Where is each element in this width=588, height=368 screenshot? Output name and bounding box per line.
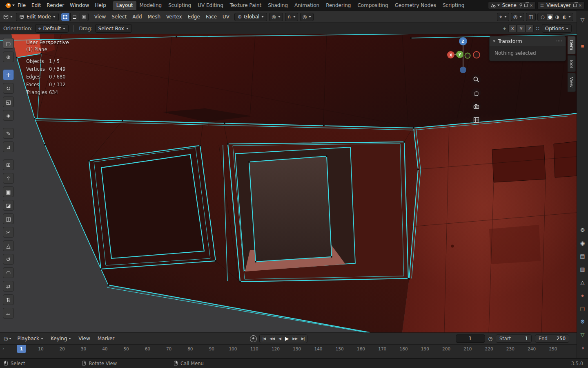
tool-button-tweak-select[interactable]: ▢ bbox=[3, 38, 14, 49]
tool-button-add-cube[interactable]: ⊞ bbox=[3, 159, 14, 170]
viewport-menu[interactable]: UV bbox=[220, 13, 232, 21]
viewport-menu[interactable]: Add bbox=[129, 13, 145, 21]
workspace-tab[interactable]: Modeling bbox=[136, 1, 165, 10]
unlink-scene-icon[interactable]: ✕ bbox=[529, 3, 533, 8]
zoom-button[interactable] bbox=[471, 74, 481, 84]
tool-button-extrude-region[interactable]: ⇧ bbox=[3, 173, 14, 184]
viewport-menu[interactable]: Edge bbox=[185, 13, 203, 21]
panel-grip-icon[interactable]: ∷∷ bbox=[556, 39, 562, 43]
face-select-button[interactable] bbox=[80, 13, 89, 21]
end-frame-field[interactable]: End 250 bbox=[535, 334, 569, 343]
keying-menu[interactable]: Keying bbox=[48, 334, 74, 343]
navigation-gizmo[interactable]: Z X Y bbox=[447, 36, 484, 76]
viewlayer-selector[interactable]: ≣ ViewLayer ✕ bbox=[537, 1, 585, 9]
tool-button-spin[interactable]: ↺ bbox=[3, 254, 14, 265]
mode-dropdown[interactable]: Edit Mode bbox=[16, 13, 59, 21]
material-shading-button[interactable]: ◑ bbox=[554, 14, 561, 20]
playhead[interactable]: 1 bbox=[17, 345, 26, 353]
tool-button-scale[interactable]: ◱ bbox=[3, 96, 14, 107]
viewport-menu[interactable]: Vertex bbox=[163, 13, 185, 21]
properties-tab-material[interactable]: ◑ bbox=[578, 343, 588, 352]
viewport-menu[interactable]: Mesh bbox=[145, 13, 164, 21]
workspace-tab[interactable]: Compositing bbox=[354, 1, 391, 10]
workspace-tab[interactable]: Layout bbox=[113, 1, 136, 10]
strip-icon-filter[interactable]: ▽ bbox=[578, 15, 588, 25]
tool-button-move[interactable]: ✛ bbox=[3, 70, 14, 80]
tool-button-cursor[interactable]: ⊕ bbox=[3, 52, 14, 62]
vertex-select-button[interactable] bbox=[61, 13, 70, 21]
transport-button-jump-to-end[interactable]: ▶| bbox=[299, 336, 306, 341]
tool-button-shrink-fatten[interactable]: ⇅ bbox=[3, 294, 14, 305]
timeline-ruler[interactable]: › 1 102030405060708090100110120130140150… bbox=[0, 344, 588, 358]
mirror-axis-toggle[interactable]: X bbox=[508, 25, 517, 32]
tool-button-inset-faces[interactable]: ▣ bbox=[3, 186, 14, 197]
new-scene-icon[interactable] bbox=[524, 4, 528, 7]
topbar-menu[interactable]: File bbox=[15, 1, 29, 9]
remove-viewlayer-icon[interactable]: ✕ bbox=[578, 3, 582, 8]
tool-button-rotate[interactable]: ↻ bbox=[3, 83, 14, 94]
gizmo-x-neg-axis[interactable] bbox=[473, 52, 480, 58]
auto-keying-toggle[interactable] bbox=[250, 335, 257, 342]
topbar-menu[interactable]: Window bbox=[67, 1, 92, 9]
properties-tab-scene[interactable]: △ bbox=[578, 277, 588, 287]
pan-button[interactable] bbox=[471, 88, 481, 98]
wireframe-shading-button[interactable]: ○ bbox=[540, 14, 546, 20]
sidebar-tab[interactable]: Tool bbox=[568, 55, 576, 72]
tool-button-annotate[interactable]: ✎ bbox=[3, 128, 14, 139]
proportional-editing-dropdown[interactable]: ◎ bbox=[300, 13, 314, 21]
properties-tab-world[interactable]: ● bbox=[578, 290, 588, 300]
workspace-tab[interactable]: Animation bbox=[291, 1, 323, 10]
gizmo-y-neg-axis[interactable] bbox=[465, 53, 470, 58]
properties-tab-output[interactable]: ▤ bbox=[578, 251, 588, 261]
workspace-tab[interactable]: Texture Paint bbox=[227, 1, 265, 10]
sidebar-tab[interactable]: View bbox=[568, 73, 576, 92]
tool-button-smooth[interactable]: ◠ bbox=[3, 267, 14, 278]
tool-button-edge-slide[interactable]: ⇄ bbox=[3, 281, 14, 292]
workspace-tab[interactable]: UV Editing bbox=[194, 1, 227, 10]
3d-viewport[interactable]: ▢⊕✛↻◱◈✎⊿⊞⇧▣◪◫✂△↺◠⇄⇅▱ User Perspective (1… bbox=[0, 34, 577, 332]
transport-button-prev-keyframe[interactable]: ◀◀ bbox=[267, 336, 276, 341]
drag-dropdown[interactable]: Select Box bbox=[95, 24, 132, 33]
marker-menu[interactable]: Marker bbox=[95, 334, 117, 343]
transport-button-play[interactable]: ▶ bbox=[283, 335, 290, 342]
orientation-dropdown[interactable]: ⊕ Global bbox=[234, 13, 267, 21]
transform-panel-header[interactable]: Transform ∷∷ bbox=[490, 36, 566, 46]
blender-logo-icon[interactable] bbox=[4, 2, 11, 9]
properties-tab-data[interactable]: ▽ bbox=[578, 330, 588, 339]
tool-button-transform[interactable]: ◈ bbox=[3, 110, 14, 121]
sidebar-tab[interactable]: Item bbox=[568, 36, 576, 54]
properties-tab-object[interactable]: ▢ bbox=[578, 303, 588, 313]
snap-target-icon[interactable]: ∷ bbox=[536, 26, 539, 31]
properties-tab-modifiers[interactable]: ⚙ bbox=[578, 316, 588, 326]
tool-button-measure[interactable]: ⊿ bbox=[3, 141, 14, 152]
shading-caret-icon[interactable] bbox=[568, 16, 571, 18]
viewport-menu[interactable]: Select bbox=[109, 13, 129, 21]
pivot-point-dropdown[interactable]: ◎ bbox=[269, 13, 283, 21]
properties-tab-view-layer[interactable]: ▥ bbox=[578, 264, 588, 274]
tool-button-knife[interactable]: ✂ bbox=[3, 227, 14, 238]
workspace-tab[interactable]: Shading bbox=[265, 1, 291, 10]
transport-button-prev-frame[interactable]: ◀ bbox=[276, 336, 283, 341]
ruler-expand-icon[interactable]: › bbox=[2, 346, 4, 351]
transform-pivot-icon[interactable]: ⌖ bbox=[503, 26, 506, 31]
snapping-dropdown[interactable]: ∩ bbox=[285, 13, 298, 21]
properties-tab-tool[interactable]: ⚙ bbox=[578, 225, 588, 235]
workspace-tab[interactable]: Sculpting bbox=[165, 1, 194, 10]
tool-button-loop-cut[interactable]: ◫ bbox=[3, 213, 14, 224]
tool-button-poly-build[interactable]: △ bbox=[3, 240, 14, 251]
solid-shading-button[interactable]: ● bbox=[547, 14, 553, 20]
gizmo-z-neg-axis[interactable] bbox=[460, 67, 466, 73]
viewport-menu[interactable]: Face bbox=[203, 13, 220, 21]
mirror-axis-toggle[interactable]: Y bbox=[517, 25, 525, 32]
transport-button-next-keyframe[interactable]: ▶▶ bbox=[290, 336, 299, 341]
preview-range-clock-icon[interactable]: ◷ bbox=[488, 336, 492, 341]
pin-scene-icon[interactable] bbox=[519, 3, 523, 8]
edge-select-button[interactable] bbox=[70, 13, 79, 21]
viewport-canvas[interactable] bbox=[0, 34, 577, 332]
timeline-editor-type-button[interactable]: ◷ bbox=[2, 335, 13, 342]
start-frame-field[interactable]: Start 1 bbox=[496, 334, 532, 343]
options-dropdown[interactable]: Options bbox=[542, 24, 572, 33]
strip-icon-active-object[interactable]: ■ bbox=[578, 41, 588, 51]
transport-button-jump-to-start[interactable]: |◀ bbox=[261, 336, 267, 341]
rendered-shading-button[interactable]: ◐ bbox=[561, 14, 568, 20]
